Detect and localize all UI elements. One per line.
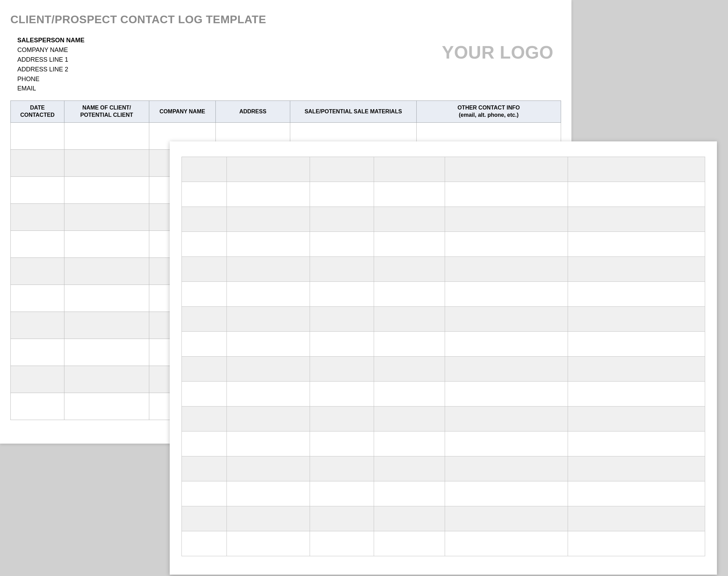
table-row [182, 456, 705, 481]
table-row [182, 157, 705, 182]
col-header-other: OTHER CONTACT INFO (email, alt. phone, e… [417, 101, 561, 123]
col-header-name: NAME OF CLIENT/ POTENTIAL CLIENT [64, 101, 149, 123]
salesperson-name-label: SALESPERSON NAME [17, 36, 85, 45]
salesperson-email: EMAIL [17, 84, 85, 94]
table-row [182, 382, 705, 407]
header-row: SALESPERSON NAME COMPANY NAME ADDRESS LI… [10, 36, 561, 94]
table-row [182, 207, 705, 232]
col-header-materials: SALE/POTENTIAL SALE MATERIALS [290, 101, 417, 123]
col-header-address: ADDRESS [216, 101, 290, 123]
table-row [182, 307, 705, 332]
page-title: CLIENT/PROSPECT CONTACT LOG TEMPLATE [10, 13, 561, 26]
table-row [182, 282, 705, 307]
salesperson-block: SALESPERSON NAME COMPANY NAME ADDRESS LI… [10, 36, 85, 94]
table-header-row: DATE CONTACTED NAME OF CLIENT/ POTENTIAL… [11, 101, 561, 123]
contact-log-table-page2 [181, 157, 705, 556]
table-row [182, 531, 705, 556]
table-row [182, 232, 705, 257]
salesperson-address2: ADDRESS LINE 2 [17, 65, 85, 75]
table-row [182, 182, 705, 207]
table-row [182, 332, 705, 357]
col-header-other-line2: (email, alt. phone, etc.) [459, 112, 518, 118]
salesperson-company: COMPANY NAME [17, 45, 85, 55]
col-header-other-line1: OTHER CONTACT INFO [458, 105, 520, 111]
table-row [182, 357, 705, 382]
logo-placeholder: YOUR LOGO [442, 36, 561, 63]
salesperson-phone: PHONE [17, 75, 85, 84]
template-page-2 [170, 141, 717, 575]
table-row [182, 407, 705, 431]
table-row [182, 431, 705, 456]
col-header-company: COMPANY NAME [149, 101, 216, 123]
table-row [182, 257, 705, 282]
salesperson-address1: ADDRESS LINE 1 [17, 55, 85, 65]
table-row [182, 506, 705, 531]
col-header-date: DATE CONTACTED [11, 101, 64, 123]
table-row [182, 481, 705, 506]
